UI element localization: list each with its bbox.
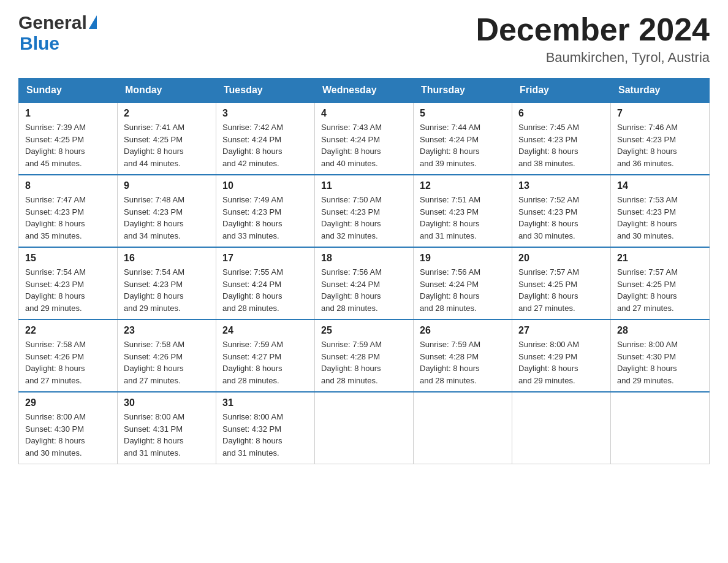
day-number: 5	[420, 108, 506, 119]
calendar-cell: 20Sunrise: 7:57 AM Sunset: 4:25 PM Dayli…	[512, 247, 611, 320]
day-info: Sunrise: 7:45 AM Sunset: 4:23 PM Dayligh…	[518, 121, 604, 169]
day-number: 2	[124, 108, 210, 119]
day-number: 3	[222, 108, 308, 119]
calendar-cell	[512, 392, 611, 464]
day-number: 29	[25, 397, 111, 408]
logo-triangle-icon	[89, 15, 97, 29]
day-number: 22	[25, 325, 111, 336]
calendar-cell: 25Sunrise: 7:59 AM Sunset: 4:28 PM Dayli…	[315, 320, 414, 392]
day-info: Sunrise: 7:54 AM Sunset: 4:23 PM Dayligh…	[124, 266, 210, 314]
day-info: Sunrise: 7:58 AM Sunset: 4:26 PM Dayligh…	[124, 339, 210, 386]
day-info: Sunrise: 8:00 AM Sunset: 4:32 PM Dayligh…	[222, 411, 308, 459]
calendar-cell: 5Sunrise: 7:44 AM Sunset: 4:24 PM Daylig…	[414, 102, 512, 175]
calendar-week-5: 29Sunrise: 8:00 AM Sunset: 4:30 PM Dayli…	[19, 392, 710, 464]
day-number: 23	[124, 325, 210, 336]
day-info: Sunrise: 7:42 AM Sunset: 4:24 PM Dayligh…	[222, 121, 308, 169]
calendar-cell: 29Sunrise: 8:00 AM Sunset: 4:30 PM Dayli…	[19, 392, 118, 464]
day-info: Sunrise: 7:55 AM Sunset: 4:24 PM Dayligh…	[222, 266, 308, 314]
calendar-cell: 28Sunrise: 8:00 AM Sunset: 4:30 PM Dayli…	[611, 320, 710, 392]
calendar-cell: 19Sunrise: 7:56 AM Sunset: 4:24 PM Dayli…	[414, 247, 512, 320]
calendar-cell: 22Sunrise: 7:58 AM Sunset: 4:26 PM Dayli…	[19, 320, 118, 392]
calendar-cell: 4Sunrise: 7:43 AM Sunset: 4:24 PM Daylig…	[315, 102, 414, 175]
logo: General Blue	[18, 12, 97, 54]
calendar-cell: 17Sunrise: 7:55 AM Sunset: 4:24 PM Dayli…	[216, 247, 315, 320]
day-number: 15	[25, 253, 111, 264]
calendar-subtitle: Baumkirchen, Tyrol, Austria	[476, 50, 710, 66]
day-info: Sunrise: 7:54 AM Sunset: 4:23 PM Dayligh…	[25, 266, 111, 314]
calendar-cell: 7Sunrise: 7:46 AM Sunset: 4:23 PM Daylig…	[611, 102, 710, 175]
day-info: Sunrise: 7:43 AM Sunset: 4:24 PM Dayligh…	[321, 121, 407, 169]
calendar-cell: 1Sunrise: 7:39 AM Sunset: 4:25 PM Daylig…	[19, 102, 118, 175]
calendar-cell: 9Sunrise: 7:48 AM Sunset: 4:23 PM Daylig…	[118, 175, 216, 247]
calendar-cell: 16Sunrise: 7:54 AM Sunset: 4:23 PM Dayli…	[118, 247, 216, 320]
day-info: Sunrise: 7:59 AM Sunset: 4:28 PM Dayligh…	[420, 339, 506, 386]
calendar-cell: 27Sunrise: 8:00 AM Sunset: 4:29 PM Dayli…	[512, 320, 611, 392]
day-number: 27	[518, 325, 604, 336]
day-info: Sunrise: 7:51 AM Sunset: 4:23 PM Dayligh…	[420, 194, 506, 242]
day-number: 18	[321, 253, 407, 264]
calendar-cell: 21Sunrise: 7:57 AM Sunset: 4:25 PM Dayli…	[611, 247, 710, 320]
day-number: 17	[222, 253, 308, 264]
calendar-week-3: 15Sunrise: 7:54 AM Sunset: 4:23 PM Dayli…	[19, 247, 710, 320]
calendar-cell: 15Sunrise: 7:54 AM Sunset: 4:23 PM Dayli…	[19, 247, 118, 320]
day-info: Sunrise: 8:00 AM Sunset: 4:31 PM Dayligh…	[124, 411, 210, 459]
day-number: 1	[25, 108, 111, 119]
day-number: 6	[518, 108, 604, 119]
page-header: General Blue December 2024 Baumkirchen, …	[18, 12, 710, 66]
day-number: 7	[617, 108, 703, 119]
calendar-cell: 14Sunrise: 7:53 AM Sunset: 4:23 PM Dayli…	[611, 175, 710, 247]
day-number: 8	[25, 180, 111, 191]
logo-general-text: General	[18, 12, 87, 33]
day-info: Sunrise: 8:00 AM Sunset: 4:30 PM Dayligh…	[617, 339, 703, 386]
day-info: Sunrise: 7:56 AM Sunset: 4:24 PM Dayligh…	[420, 266, 506, 314]
day-info: Sunrise: 7:57 AM Sunset: 4:25 PM Dayligh…	[617, 266, 703, 314]
day-header-sunday: Sunday	[19, 79, 118, 103]
calendar-week-1: 1Sunrise: 7:39 AM Sunset: 4:25 PM Daylig…	[19, 102, 710, 175]
day-number: 14	[617, 180, 703, 191]
calendar-cell: 6Sunrise: 7:45 AM Sunset: 4:23 PM Daylig…	[512, 102, 611, 175]
day-info: Sunrise: 7:59 AM Sunset: 4:27 PM Dayligh…	[222, 339, 308, 386]
day-number: 20	[518, 253, 604, 264]
calendar-cell	[315, 392, 414, 464]
calendar-cell: 13Sunrise: 7:52 AM Sunset: 4:23 PM Dayli…	[512, 175, 611, 247]
day-number: 31	[222, 397, 308, 408]
day-info: Sunrise: 7:49 AM Sunset: 4:23 PM Dayligh…	[222, 194, 308, 242]
day-number: 25	[321, 325, 407, 336]
title-block: December 2024 Baumkirchen, Tyrol, Austri…	[476, 12, 710, 66]
day-info: Sunrise: 7:39 AM Sunset: 4:25 PM Dayligh…	[25, 121, 111, 169]
day-info: Sunrise: 7:44 AM Sunset: 4:24 PM Dayligh…	[420, 121, 506, 169]
day-info: Sunrise: 8:00 AM Sunset: 4:29 PM Dayligh…	[518, 339, 604, 386]
day-info: Sunrise: 7:46 AM Sunset: 4:23 PM Dayligh…	[617, 121, 703, 169]
calendar-cell: 26Sunrise: 7:59 AM Sunset: 4:28 PM Dayli…	[414, 320, 512, 392]
day-number: 30	[124, 397, 210, 408]
day-number: 11	[321, 180, 407, 191]
calendar-title: December 2024	[476, 12, 710, 47]
calendar-cell: 31Sunrise: 8:00 AM Sunset: 4:32 PM Dayli…	[216, 392, 315, 464]
calendar-cell: 3Sunrise: 7:42 AM Sunset: 4:24 PM Daylig…	[216, 102, 315, 175]
day-header-monday: Monday	[118, 79, 216, 103]
day-info: Sunrise: 7:50 AM Sunset: 4:23 PM Dayligh…	[321, 194, 407, 242]
day-number: 4	[321, 108, 407, 119]
day-number: 12	[420, 180, 506, 191]
day-info: Sunrise: 7:52 AM Sunset: 4:23 PM Dayligh…	[518, 194, 604, 242]
day-header-friday: Friday	[512, 79, 611, 103]
day-header-wednesday: Wednesday	[315, 79, 414, 103]
day-info: Sunrise: 8:00 AM Sunset: 4:30 PM Dayligh…	[25, 411, 111, 459]
day-info: Sunrise: 7:56 AM Sunset: 4:24 PM Dayligh…	[321, 266, 407, 314]
calendar-cell: 11Sunrise: 7:50 AM Sunset: 4:23 PM Dayli…	[315, 175, 414, 247]
day-number: 13	[518, 180, 604, 191]
calendar-week-4: 22Sunrise: 7:58 AM Sunset: 4:26 PM Dayli…	[19, 320, 710, 392]
calendar-cell	[414, 392, 512, 464]
day-number: 9	[124, 180, 210, 191]
day-number: 24	[222, 325, 308, 336]
day-info: Sunrise: 7:48 AM Sunset: 4:23 PM Dayligh…	[124, 194, 210, 242]
day-number: 21	[617, 253, 703, 264]
calendar-cell: 23Sunrise: 7:58 AM Sunset: 4:26 PM Dayli…	[118, 320, 216, 392]
logo-blue-text: Blue	[20, 33, 59, 53]
calendar-cell: 18Sunrise: 7:56 AM Sunset: 4:24 PM Dayli…	[315, 247, 414, 320]
day-number: 26	[420, 325, 506, 336]
day-number: 10	[222, 180, 308, 191]
calendar-cell	[611, 392, 710, 464]
day-number: 16	[124, 253, 210, 264]
calendar-cell: 2Sunrise: 7:41 AM Sunset: 4:25 PM Daylig…	[118, 102, 216, 175]
